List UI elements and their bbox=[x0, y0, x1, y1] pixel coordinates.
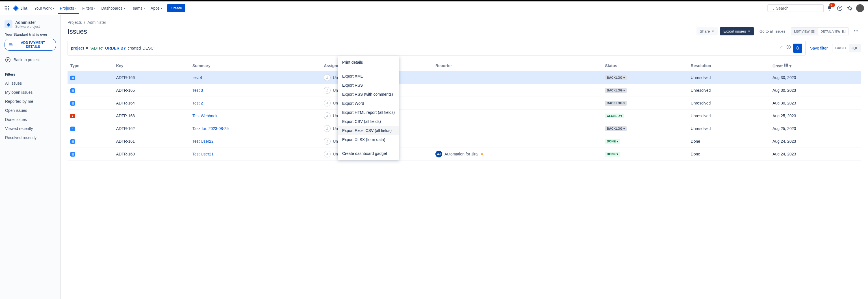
search-icon bbox=[795, 46, 800, 50]
column-header-status[interactable]: Status bbox=[602, 60, 688, 71]
filter-item-all-issues[interactable]: All issues bbox=[2, 79, 58, 88]
table-row[interactable]: ✓ ADTR-162 Task for: 2023-08-25 Unassign… bbox=[67, 122, 861, 135]
filter-item-reported-by-me[interactable]: Reported by me bbox=[2, 97, 58, 106]
created-cell: Aug 30, 2023 bbox=[770, 71, 861, 84]
jql-help-icon[interactable]: ? bbox=[785, 44, 792, 53]
expand-editor-icon[interactable]: ⤢ bbox=[778, 44, 784, 53]
export-issues-button[interactable]: Export issues ▼ bbox=[720, 27, 754, 35]
status-badge[interactable]: BACKLOG ▾ bbox=[605, 75, 627, 80]
column-header-type[interactable]: Type bbox=[67, 60, 113, 71]
export-option-export-csv-all-fields-[interactable]: Export CSV (all fields) bbox=[338, 117, 399, 126]
filter-item-my-open-issues[interactable]: My open issues bbox=[2, 88, 58, 97]
breadcrumb-root[interactable]: Projects bbox=[67, 20, 82, 25]
column-header-creat[interactable]: Creat ▾ bbox=[770, 60, 861, 71]
column-header-key[interactable]: Key bbox=[113, 60, 190, 71]
table-row[interactable]: ▦ ADTR-166 test 4 Unassigned BACKLOG ▾ U… bbox=[67, 71, 861, 84]
nav-item-teams[interactable]: Teams▾ bbox=[129, 4, 147, 12]
more-actions-button[interactable] bbox=[851, 26, 861, 36]
export-option-print-details[interactable]: Print details bbox=[338, 58, 399, 67]
export-option-export-html-report-all-fields-[interactable]: Export HTML report (all fields) bbox=[338, 108, 399, 117]
filter-item-viewed-recently[interactable]: Viewed recently bbox=[2, 124, 58, 133]
jql-mode[interactable]: JQL bbox=[849, 44, 861, 52]
summary-link[interactable]: Test 2 bbox=[192, 101, 203, 105]
summary-link[interactable]: Test 3 bbox=[192, 88, 203, 92]
jql-value: "ADTR" bbox=[90, 46, 103, 50]
table-row[interactable]: ▦ ADTR-160 Test User21 Unassigned AJAuto… bbox=[67, 148, 861, 161]
priority-icon: ＝ bbox=[480, 152, 484, 157]
status-badge[interactable]: BACKLOG ▾ bbox=[605, 88, 627, 93]
svg-point-9 bbox=[771, 7, 773, 9]
project-header: ◆ Administer Software project bbox=[2, 20, 58, 32]
svg-point-24 bbox=[857, 30, 858, 31]
export-option-export-xlsx-form-data-[interactable]: Export XLSX (form data) bbox=[338, 135, 399, 144]
nav-item-filters[interactable]: Filters▾ bbox=[80, 4, 98, 12]
created-cell: Aug 24, 2023 bbox=[770, 148, 861, 161]
detail-view-option[interactable]: DETAIL VIEW bbox=[818, 28, 848, 35]
nav-item-your-work[interactable]: Your work▾ bbox=[32, 4, 57, 12]
svg-point-1 bbox=[6, 6, 7, 7]
summary-link[interactable]: Test User21 bbox=[192, 152, 214, 156]
breadcrumb-current[interactable]: Administer bbox=[87, 20, 106, 25]
go-to-all-issues[interactable]: Go to all issues bbox=[756, 27, 788, 35]
profile-avatar[interactable] bbox=[856, 4, 865, 13]
created-cell: Aug 25, 2023 bbox=[770, 110, 861, 122]
export-option-export-excel-csv-all-fields-[interactable]: Export Excel CSV (all fields) bbox=[338, 126, 399, 135]
app-switcher-icon[interactable] bbox=[3, 5, 10, 11]
search-input[interactable] bbox=[776, 6, 821, 10]
status-badge[interactable]: BACKLOG ▾ bbox=[605, 101, 627, 106]
save-filter-link[interactable]: Save filter bbox=[808, 44, 829, 52]
status-badge[interactable]: DONE ▾ bbox=[605, 139, 620, 144]
filter-item-resolved-recently[interactable]: Resolved recently bbox=[2, 133, 58, 142]
status-badge[interactable]: DONE ▾ bbox=[605, 152, 620, 157]
svg-point-35 bbox=[327, 115, 328, 116]
svg-rect-31 bbox=[787, 64, 788, 67]
jira-logo[interactable]: Jira bbox=[12, 5, 27, 11]
summary-link[interactable]: Task for: 2023-08-25 bbox=[192, 126, 228, 131]
global-search[interactable] bbox=[767, 4, 824, 12]
export-option-create-dashboard-gadget[interactable]: Create dashboard gadget bbox=[338, 149, 399, 158]
table-row[interactable]: ● ADTR-163 Test Webhook Unassigned CLOSE… bbox=[67, 110, 861, 122]
filter-item-done-issues[interactable]: Done issues bbox=[2, 115, 58, 124]
list-view-option[interactable]: LIST VIEW bbox=[791, 28, 818, 35]
export-option-export-word[interactable]: Export Word bbox=[338, 99, 399, 108]
summary-link[interactable]: test 4 bbox=[192, 75, 202, 80]
summary-link[interactable]: Test Webhook bbox=[192, 113, 217, 118]
issue-key: ADTR-160 bbox=[113, 148, 190, 161]
export-option-export-xml[interactable]: Export XML bbox=[338, 72, 399, 81]
chevron-down-icon: ▾ bbox=[144, 6, 145, 10]
filter-item-open-issues[interactable]: Open issues bbox=[2, 106, 58, 115]
column-header-summary[interactable]: Summary bbox=[190, 60, 321, 71]
settings-icon[interactable] bbox=[845, 4, 855, 13]
column-header-resolution[interactable]: Resolution bbox=[688, 60, 770, 71]
add-payment-button[interactable]: ADD PAYMENT DETAILS bbox=[4, 39, 56, 51]
run-search-button[interactable] bbox=[793, 44, 802, 53]
svg-line-10 bbox=[773, 9, 774, 10]
summary-link[interactable]: Test User22 bbox=[192, 139, 214, 143]
table-row[interactable]: ▦ ADTR-161 Test User22 Unassigned DONE ▾… bbox=[67, 135, 861, 148]
create-button[interactable]: Create bbox=[167, 4, 185, 12]
notifications-icon[interactable]: 9+ bbox=[825, 4, 834, 13]
jql-field: created bbox=[128, 46, 141, 50]
export-option-export-rss-with-comments-[interactable]: Export RSS (with comments) bbox=[338, 90, 399, 99]
status-badge[interactable]: CLOSED ▾ bbox=[605, 113, 624, 118]
nav-item-projects[interactable]: Projects▾ bbox=[58, 3, 79, 14]
issue-key: ADTR-161 bbox=[113, 135, 190, 148]
table-row[interactable]: ▦ ADTR-164 Test 2 Unassigned BACKLOG ▾ U… bbox=[67, 97, 861, 110]
svg-point-33 bbox=[327, 89, 328, 90]
help-icon[interactable]: ? bbox=[835, 4, 844, 13]
back-to-project[interactable]: Back to project bbox=[2, 55, 58, 65]
columns-config-icon[interactable]: ▾ bbox=[784, 64, 792, 68]
table-row[interactable]: ▦ ADTR-165 Test 3 Unassigned BACKLOG ▾ U… bbox=[67, 84, 861, 97]
task-icon: ▦ bbox=[70, 76, 75, 80]
basic-mode[interactable]: BASIC bbox=[832, 44, 848, 52]
notification-badge: 9+ bbox=[829, 3, 835, 7]
share-button[interactable]: Share ▼ bbox=[696, 27, 718, 35]
export-option-export-rss[interactable]: Export RSS bbox=[338, 81, 399, 90]
column-header-reporter[interactable]: Reporter bbox=[433, 60, 602, 71]
nav-item-apps[interactable]: Apps▾ bbox=[148, 4, 164, 12]
unassigned-avatar-icon bbox=[324, 87, 331, 94]
nav-item-dashboards[interactable]: Dashboards▾ bbox=[99, 4, 127, 12]
jql-input[interactable]: project = "ADTR" ORDER BY created DESC ⤢… bbox=[67, 41, 806, 55]
status-badge[interactable]: BACKLOG ▾ bbox=[605, 126, 627, 131]
list-view-label: LIST VIEW bbox=[794, 30, 809, 33]
